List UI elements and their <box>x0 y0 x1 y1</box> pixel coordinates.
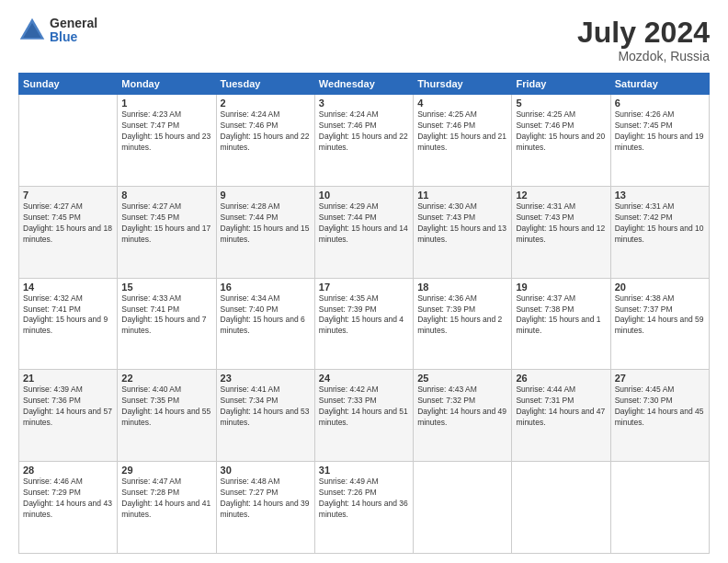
calendar-cell: 14Sunrise: 4:32 AMSunset: 7:41 PMDayligh… <box>19 278 118 370</box>
col-header-tuesday: Tuesday <box>216 74 314 95</box>
day-number: 27 <box>615 373 705 384</box>
calendar-cell: 11Sunrise: 4:30 AMSunset: 7:43 PMDayligh… <box>414 186 512 278</box>
calendar-cell: 5Sunrise: 4:25 AMSunset: 7:46 PMDaylight… <box>512 95 610 187</box>
col-header-monday: Monday <box>118 74 216 95</box>
calendar-cell: 2Sunrise: 4:24 AMSunset: 7:46 PMDaylight… <box>216 95 314 187</box>
cell-info: Sunrise: 4:24 AMSunset: 7:46 PMDaylight:… <box>319 109 409 154</box>
calendar-cell: 27Sunrise: 4:45 AMSunset: 7:30 PMDayligh… <box>610 370 709 462</box>
cell-info: Sunrise: 4:47 AMSunset: 7:28 PMDaylight:… <box>121 477 211 521</box>
calendar-cell <box>19 95 118 187</box>
calendar-table: SundayMondayTuesdayWednesdayThursdayFrid… <box>18 73 710 554</box>
col-header-friday: Friday <box>512 74 610 95</box>
day-number: 6 <box>615 98 705 109</box>
day-number: 2 <box>221 98 311 109</box>
calendar-cell <box>414 462 512 554</box>
cell-info: Sunrise: 4:36 AMSunset: 7:39 PMDaylight:… <box>417 293 507 338</box>
title-block: July 2024 Mozdok, Russia <box>577 17 710 63</box>
day-number: 9 <box>221 190 311 201</box>
day-number: 18 <box>417 282 507 293</box>
calendar-cell: 1Sunrise: 4:23 AMSunset: 7:47 PMDaylight… <box>118 95 216 187</box>
day-number: 25 <box>417 373 507 384</box>
calendar-cell: 15Sunrise: 4:33 AMSunset: 7:41 PMDayligh… <box>118 278 216 370</box>
cell-info: Sunrise: 4:28 AMSunset: 7:44 PMDaylight:… <box>221 201 311 246</box>
day-number: 20 <box>615 282 705 293</box>
logo-line2: Blue <box>50 30 97 44</box>
col-header-sunday: Sunday <box>19 74 118 95</box>
day-number: 7 <box>23 190 113 201</box>
day-number: 1 <box>121 98 211 109</box>
cell-info: Sunrise: 4:43 AMSunset: 7:32 PMDaylight:… <box>417 385 507 429</box>
cell-info: Sunrise: 4:29 AMSunset: 7:44 PMDaylight:… <box>319 201 409 246</box>
day-number: 29 <box>121 465 211 476</box>
calendar-week-row: 28Sunrise: 4:46 AMSunset: 7:29 PMDayligh… <box>19 462 710 554</box>
cell-info: Sunrise: 4:27 AMSunset: 7:45 PMDaylight:… <box>23 201 113 246</box>
day-number: 15 <box>121 282 211 293</box>
calendar-week-row: 21Sunrise: 4:39 AMSunset: 7:36 PMDayligh… <box>19 370 710 462</box>
cell-info: Sunrise: 4:35 AMSunset: 7:39 PMDaylight:… <box>319 293 409 338</box>
cell-info: Sunrise: 4:26 AMSunset: 7:45 PMDaylight:… <box>615 109 705 154</box>
calendar-cell: 13Sunrise: 4:31 AMSunset: 7:42 PMDayligh… <box>610 186 709 278</box>
day-number: 8 <box>121 190 211 201</box>
calendar-cell: 25Sunrise: 4:43 AMSunset: 7:32 PMDayligh… <box>414 370 512 462</box>
calendar-week-row: 7Sunrise: 4:27 AMSunset: 7:45 PMDaylight… <box>19 186 710 278</box>
cell-info: Sunrise: 4:24 AMSunset: 7:46 PMDaylight:… <box>221 109 311 154</box>
calendar-week-row: 14Sunrise: 4:32 AMSunset: 7:41 PMDayligh… <box>19 278 710 370</box>
calendar-cell: 6Sunrise: 4:26 AMSunset: 7:45 PMDaylight… <box>610 95 709 187</box>
calendar-cell: 19Sunrise: 4:37 AMSunset: 7:38 PMDayligh… <box>512 278 610 370</box>
day-number: 21 <box>23 373 113 384</box>
calendar-cell: 20Sunrise: 4:38 AMSunset: 7:37 PMDayligh… <box>610 278 709 370</box>
logo: General Blue <box>18 17 97 45</box>
calendar-cell: 18Sunrise: 4:36 AMSunset: 7:39 PMDayligh… <box>414 278 512 370</box>
cell-info: Sunrise: 4:40 AMSunset: 7:35 PMDaylight:… <box>121 385 211 429</box>
day-number: 26 <box>516 373 606 384</box>
cell-info: Sunrise: 4:34 AMSunset: 7:40 PMDaylight:… <box>221 293 311 338</box>
col-header-wednesday: Wednesday <box>314 74 413 95</box>
calendar-cell: 9Sunrise: 4:28 AMSunset: 7:44 PMDaylight… <box>216 186 314 278</box>
cell-info: Sunrise: 4:37 AMSunset: 7:38 PMDaylight:… <box>516 293 606 338</box>
calendar-cell: 10Sunrise: 4:29 AMSunset: 7:44 PMDayligh… <box>314 186 413 278</box>
cell-info: Sunrise: 4:32 AMSunset: 7:41 PMDaylight:… <box>23 293 113 338</box>
day-number: 28 <box>23 465 113 476</box>
cell-info: Sunrise: 4:46 AMSunset: 7:29 PMDaylight:… <box>23 477 113 521</box>
page: General Blue July 2024 Mozdok, Russia Su… <box>0 0 728 563</box>
header: General Blue July 2024 Mozdok, Russia <box>18 17 710 63</box>
calendar-cell: 3Sunrise: 4:24 AMSunset: 7:46 PMDaylight… <box>314 95 413 187</box>
logo-text: General Blue <box>50 17 97 45</box>
day-number: 4 <box>417 98 507 109</box>
calendar-week-row: 1Sunrise: 4:23 AMSunset: 7:47 PMDaylight… <box>19 95 710 187</box>
cell-info: Sunrise: 4:31 AMSunset: 7:43 PMDaylight:… <box>516 201 606 246</box>
month-year: July 2024 <box>577 17 710 49</box>
day-number: 23 <box>221 373 311 384</box>
calendar-cell <box>512 462 610 554</box>
day-number: 31 <box>319 465 409 476</box>
calendar-cell: 29Sunrise: 4:47 AMSunset: 7:28 PMDayligh… <box>118 462 216 554</box>
calendar-cell: 24Sunrise: 4:42 AMSunset: 7:33 PMDayligh… <box>314 370 413 462</box>
location: Mozdok, Russia <box>577 49 710 63</box>
day-number: 10 <box>319 190 409 201</box>
calendar-header-row: SundayMondayTuesdayWednesdayThursdayFrid… <box>19 74 710 95</box>
col-header-saturday: Saturday <box>610 74 709 95</box>
cell-info: Sunrise: 4:27 AMSunset: 7:45 PMDaylight:… <box>121 201 211 246</box>
calendar-cell: 4Sunrise: 4:25 AMSunset: 7:46 PMDaylight… <box>414 95 512 187</box>
cell-info: Sunrise: 4:49 AMSunset: 7:26 PMDaylight:… <box>319 477 409 521</box>
day-number: 19 <box>516 282 606 293</box>
day-number: 11 <box>417 190 507 201</box>
col-header-thursday: Thursday <box>414 74 512 95</box>
cell-info: Sunrise: 4:39 AMSunset: 7:36 PMDaylight:… <box>23 385 113 429</box>
calendar-cell: 22Sunrise: 4:40 AMSunset: 7:35 PMDayligh… <box>118 370 216 462</box>
day-number: 16 <box>221 282 311 293</box>
calendar-cell: 8Sunrise: 4:27 AMSunset: 7:45 PMDaylight… <box>118 186 216 278</box>
cell-info: Sunrise: 4:48 AMSunset: 7:27 PMDaylight:… <box>221 477 311 521</box>
day-number: 17 <box>319 282 409 293</box>
calendar-cell: 30Sunrise: 4:48 AMSunset: 7:27 PMDayligh… <box>216 462 314 554</box>
calendar-cell: 17Sunrise: 4:35 AMSunset: 7:39 PMDayligh… <box>314 278 413 370</box>
cell-info: Sunrise: 4:30 AMSunset: 7:43 PMDaylight:… <box>417 201 507 246</box>
calendar-cell: 26Sunrise: 4:44 AMSunset: 7:31 PMDayligh… <box>512 370 610 462</box>
calendar-cell: 31Sunrise: 4:49 AMSunset: 7:26 PMDayligh… <box>314 462 413 554</box>
day-number: 13 <box>615 190 705 201</box>
cell-info: Sunrise: 4:42 AMSunset: 7:33 PMDaylight:… <box>319 385 409 429</box>
day-number: 14 <box>23 282 113 293</box>
calendar-cell: 23Sunrise: 4:41 AMSunset: 7:34 PMDayligh… <box>216 370 314 462</box>
day-number: 22 <box>121 373 211 384</box>
cell-info: Sunrise: 4:41 AMSunset: 7:34 PMDaylight:… <box>221 385 311 429</box>
